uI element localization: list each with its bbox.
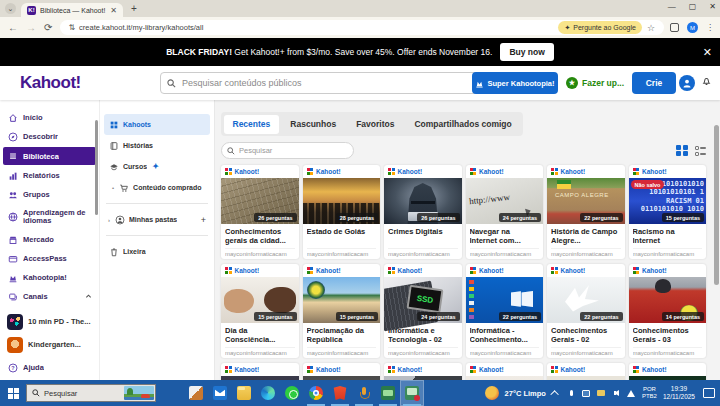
sidebar-item-biblioteca[interactable]: Biblioteca [3, 147, 96, 165]
taskbar-icon-whatsapp[interactable] [280, 380, 304, 406]
grid-view-button[interactable] [676, 145, 688, 157]
taskbar-icon-brave[interactable] [328, 380, 352, 406]
taskbar-icon-edge[interactable] [256, 380, 280, 406]
kahoot-card[interactable]: Kahoot!15 perguntasDia da Consciência...… [221, 264, 299, 358]
kahoot-card[interactable]: Kahoot!15 perguntasProclamação da Repúbl… [303, 264, 381, 358]
bookmark-star-icon[interactable]: ☆ [647, 23, 655, 33]
sidebar-item-kahootopia-[interactable]: Kahootopia! [0, 268, 99, 287]
chevron-up-icon[interactable] [85, 293, 92, 300]
weather-text[interactable]: 27°C Limpo [505, 389, 546, 398]
reload-button[interactable]: ⟳ [44, 22, 52, 33]
kahoot-card[interactable]: Kahoot!28 perguntasEstado de Goiásmaycon… [303, 165, 381, 259]
back-button[interactable]: ← [8, 22, 18, 33]
weather-icon[interactable] [485, 386, 499, 400]
sidebar-item-accesspass[interactable]: AccessPass [0, 249, 99, 268]
kahoot-card[interactable]: Kahoot!24 perguntasNavegar na Internet c… [466, 165, 544, 259]
language-indicator[interactable]: POR PTB2 [642, 386, 657, 400]
new-tab-button[interactable]: + [131, 3, 137, 14]
tab-group-icon[interactable] [670, 23, 679, 32]
notifications-bell-icon[interactable] [701, 75, 712, 86]
start-button[interactable] [0, 380, 26, 406]
forward-button[interactable]: → [26, 22, 36, 33]
tray-mic-icon[interactable] [567, 389, 576, 398]
taskbar-icon-task-view[interactable] [160, 380, 184, 406]
kahoot-card[interactable]: Kahoot!22 perguntasInformática - Conheci… [466, 264, 544, 358]
search-highlights-icon[interactable] [124, 386, 154, 400]
sidebar-item-mercado[interactable]: Mercado [0, 230, 99, 249]
kahoot-logo[interactable]: Kahoot! [20, 73, 81, 93]
kahoot-card[interactable]: Kahoot!22 perguntasConhecimentos Gerais … [547, 264, 625, 358]
list-view-button[interactable] [695, 146, 707, 156]
taskbar-icon-chrome[interactable] [304, 380, 328, 406]
kahoot-card[interactable]: Kahoot! [466, 363, 544, 380]
tab-rascunhos[interactable]: Rascunhos [281, 115, 345, 134]
kahoot-card[interactable]: Kahoot!26 perguntasCrimes Digitaismaycon… [384, 165, 462, 259]
kahoot-card[interactable]: Kahoot! [547, 363, 625, 380]
expand-arrow-icon[interactable]: › [108, 217, 110, 223]
kahoot-card[interactable]: Kahoot! [629, 363, 707, 380]
kahoot-card[interactable]: Kahoot! [384, 363, 462, 380]
kahoot-card[interactable]: Kahoot!24 perguntasInformática e Tecnolo… [384, 264, 462, 358]
content-scrollbar[interactable] [714, 125, 719, 285]
banner-close-icon[interactable]: ✕ [703, 46, 712, 59]
browser-menu-icon[interactable]: ⋮ [706, 23, 714, 32]
kahoot-card[interactable]: Kahoot!26 perguntasConhecimentos gerais … [221, 165, 299, 259]
kahoot-card[interactable]: Kahoot! [221, 363, 299, 380]
taskbar-icon-mic[interactable] [352, 380, 376, 406]
kahoot-card[interactable]: Kahoot!14 perguntasConhecimentos Gerais … [629, 264, 707, 358]
kahoot-card[interactable]: Kahoot!22 perguntasHistória de Campo Ale… [547, 165, 625, 259]
tray-volume-icon[interactable] [612, 389, 621, 398]
browser-profile-avatar[interactable]: M [687, 22, 698, 33]
sidebar-item-canais[interactable]: Canais [0, 287, 99, 306]
url-input[interactable]: ⇅ create.kahoot.it/my-library/kahoots/al… [60, 20, 664, 35]
kahoot-card[interactable]: Kahoot! [303, 363, 381, 380]
super-kahootopia-button[interactable]: Super Kahootopia! [472, 72, 558, 94]
sidebar-scrollbar[interactable] [95, 120, 98, 215]
sidebar-item-ajuda[interactable]: ? Ajuda [0, 358, 99, 377]
tray-network-icon[interactable] [627, 389, 636, 398]
tab-recentes[interactable]: Recentes [224, 115, 280, 134]
sidebar-item-grupos[interactable]: Grupos [0, 185, 99, 204]
profile-avatar[interactable] [679, 75, 695, 91]
library-search-input[interactable]: Pesquisar [221, 142, 354, 159]
taskbar-clock[interactable]: 19:39 12/11/2025 [663, 385, 695, 401]
taskbar-icon-cash2[interactable] [400, 380, 424, 406]
sidebar-item-minhas-pastas[interactable]: › Minhas pastas + [104, 209, 210, 230]
upgrade-link[interactable]: ★ Fazer up... [566, 77, 624, 89]
library-nav-cursos[interactable]: Cursos✦ [104, 156, 210, 177]
library-nav-hist-rias[interactable]: Histórias [104, 135, 210, 156]
kahoot-card[interactable]: Kahoot!Não salvo15 perguntasRacismo na I… [629, 165, 707, 259]
sidebar-item-lixeira[interactable]: Lixeira [104, 241, 210, 262]
buy-now-button[interactable]: Buy now [500, 43, 553, 61]
sidebar-item-in-cio[interactable]: Início [0, 108, 99, 127]
create-button[interactable]: Crie [632, 72, 676, 94]
window-close-button[interactable]: ✕ [709, 2, 716, 11]
public-search-input[interactable]: Pesquisar conteúdos públicos [160, 72, 480, 94]
sidebar-channel-item[interactable]: 10 min PD - The... [0, 310, 99, 333]
taskbar-icon-app1[interactable] [184, 380, 208, 406]
tray-expand-icon[interactable] [552, 389, 561, 398]
browser-tab[interactable]: K! Biblioteca — Kahoot! ✕ [21, 3, 123, 17]
taskbar-search-input[interactable]: Pesquisar [26, 384, 156, 402]
action-center-icon[interactable] [703, 388, 715, 398]
library-nav-conte-do-comprado[interactable]: •Conteúdo comprado [104, 177, 210, 198]
sidebar-item-aprendizagem-de-idiomas[interactable]: Aprendizagem de idiomas [0, 204, 99, 230]
tab-close-icon[interactable]: ✕ [110, 6, 117, 15]
library-nav-kahoots[interactable]: Kahoots [104, 114, 210, 135]
window-minimize-button[interactable]: — [668, 2, 676, 11]
site-settings-icon[interactable]: ⇅ [68, 23, 75, 32]
sidebar-channel-item[interactable]: Kindergarten... [0, 333, 99, 356]
tray-folder-icon[interactable] [597, 389, 606, 398]
sidebar-item-relat-rios[interactable]: Relatórios [0, 166, 99, 185]
taskbar-icon-mail[interactable] [208, 380, 232, 406]
tab-compartilhados-comigo[interactable]: Compartilhados comigo [405, 115, 520, 134]
taskbar-icon-cash[interactable] [376, 380, 400, 406]
window-maximize-button[interactable]: ▢ [689, 2, 697, 11]
tab-favoritos[interactable]: Favoritos [347, 115, 403, 134]
tab-search-button[interactable]: ⌄ [5, 3, 16, 14]
sidebar-item-descobrir[interactable]: Descobrir [0, 127, 99, 146]
add-folder-button[interactable]: + [201, 215, 206, 225]
taskbar-icon-explorer[interactable] [232, 380, 256, 406]
tray-display-icon[interactable] [582, 389, 591, 398]
ask-google-button[interactable]: ✦ Pergunte ao Google [558, 21, 642, 34]
